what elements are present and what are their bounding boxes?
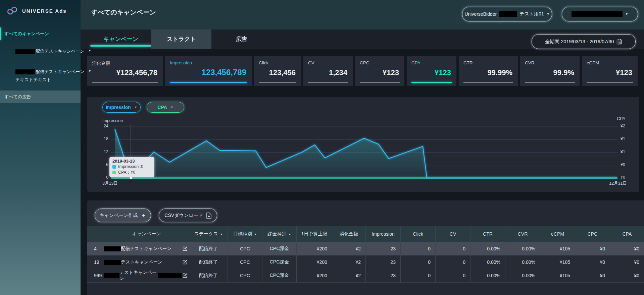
- create-campaign-label: キャンペーン作成: [100, 213, 138, 219]
- tooltip-impression: Impression :0: [118, 164, 143, 169]
- campaign-id: 19: [87, 255, 104, 269]
- tooltip-cpa: CPA：¥0: [118, 170, 135, 175]
- kpi-value: ¥123: [435, 68, 451, 77]
- kpi-card-消化金額[interactable]: 消化金額¥123,456,78: [87, 56, 163, 86]
- table-row-19[interactable]: 19テストキャンペーン配信終了CPCCPC課金¥200¥223000.00%0.…: [87, 255, 644, 269]
- cell-ステータス: 配信終了: [189, 255, 228, 269]
- tab-struct[interactable]: ストラクト: [151, 30, 211, 49]
- column-header-Impression: Impression: [365, 226, 400, 242]
- logo-text: UNIVERSE Ads: [22, 8, 67, 14]
- impression-swatch-icon: [112, 165, 116, 169]
- kpi-underline: [525, 82, 575, 83]
- csv-download-button[interactable]: CSVダウンロード: [159, 209, 217, 222]
- cell-課金種別: CPC課金: [262, 255, 296, 269]
- logo[interactable]: UNIVERSE Ads: [6, 6, 67, 15]
- tab-campaign[interactable]: キャンペーン: [90, 30, 151, 49]
- campaign-name: テストキャンペーン: [119, 270, 158, 282]
- cpa-swatch-icon: [112, 171, 116, 174]
- chevron-down-icon: ▼: [134, 106, 137, 109]
- date-range-label: 全期間 2019/03/13 - 2019/07/30: [545, 39, 614, 45]
- tab-campaign-label: キャンペーン: [103, 36, 138, 42]
- line-chart[interactable]: [111, 125, 617, 179]
- column-header-キャンペーン: キャンペーン: [104, 226, 189, 242]
- cell-impression: 23: [365, 242, 400, 255]
- kpi-underline: [463, 82, 513, 83]
- sidebar-item-1[interactable]: 配信テストキャンペーン▼: [0, 48, 96, 54]
- edit-icon[interactable]: [182, 246, 188, 251]
- bidder-dropdown[interactable]: UniverseBidder テスト用01 ▼: [462, 7, 552, 21]
- bidder-dropdown-prefix: UniverseBidder: [464, 11, 497, 17]
- column-header-課金種別[interactable]: 課金種別▲: [262, 226, 296, 242]
- kpi-label: CPA: [411, 60, 420, 65]
- kpi-card-ecpm[interactable]: eCPM¥123: [582, 56, 638, 86]
- csv-download-label: CSVダウンロード: [164, 213, 203, 219]
- kpi-underline: [411, 82, 452, 83]
- tab-ads[interactable]: 広告: [211, 30, 272, 49]
- cell-消化金額: ¥2: [332, 242, 365, 255]
- sidebar-item-2[interactable]: 配信テストキャンペーンテキストテキスト▼: [0, 69, 96, 83]
- kpi-underline: [92, 82, 158, 83]
- redacted-block: [104, 246, 121, 251]
- kpi-card-cpa[interactable]: CPA¥123: [407, 56, 456, 86]
- column-header-ステータス[interactable]: ステータス▲: [189, 226, 228, 242]
- sidebar-item-0[interactable]: すべてのキャンペーン: [0, 31, 85, 37]
- left-metric-label: Impression: [106, 105, 131, 110]
- left-axis-tick: 18: [93, 136, 108, 141]
- sidebar-item-label2: テキストテキスト: [15, 77, 96, 83]
- kpi-underline: [170, 82, 247, 83]
- cell-cpa: ¥0: [610, 269, 644, 282]
- create-campaign-button[interactable]: キャンペーン作成 ＋: [95, 209, 151, 222]
- kpi-card-cpc[interactable]: CPC¥123: [355, 56, 404, 86]
- cell-cpa: ¥0: [610, 255, 644, 269]
- column-header-id: [87, 226, 104, 242]
- cell-cvr: 0.00%: [505, 242, 540, 255]
- edit-icon[interactable]: [182, 259, 188, 265]
- date-range-picker[interactable]: 全期間 2019/03/13 - 2019/07/30: [532, 34, 636, 49]
- cell-cvr: 0.00%: [505, 269, 540, 282]
- campaign-id: 999: [87, 269, 104, 282]
- column-header-目標種別[interactable]: 目標種別▲: [228, 226, 262, 242]
- table-header-row: キャンペーンステータス▲目標種別▲課金種別▲1日予算上限消化金額Impressi…: [87, 226, 644, 242]
- universe-ads-logo-icon: [6, 6, 19, 15]
- redacted-block: [104, 273, 119, 278]
- sidebar-item-label: 配信テストキャンペーン: [36, 69, 84, 75]
- column-header-Click: Click: [400, 226, 435, 242]
- kpi-underline: [360, 82, 400, 83]
- bidder-dropdown-suffix: テスト用01: [519, 11, 544, 17]
- sort-asc-icon: ▲: [254, 233, 257, 236]
- tab-struct-label: ストラクト: [167, 36, 196, 42]
- account-dropdown[interactable]: ▼: [562, 7, 638, 21]
- right-metric-label: CPA: [157, 105, 167, 110]
- cell-課金種別: CPC課金: [262, 242, 296, 255]
- page-title: すべてのキャンペーン: [91, 8, 156, 17]
- kpi-card-cv[interactable]: CV1,234: [303, 56, 353, 86]
- cell-ecpm: ¥105: [540, 269, 575, 282]
- cell-ステータス: 配信終了: [189, 242, 228, 255]
- kpi-card-ctr[interactable]: CTR99.99%: [459, 56, 518, 86]
- cell-click: 0: [400, 255, 435, 269]
- redacted-block: [15, 49, 35, 54]
- sidebar-item-3[interactable]: すべての広告: [0, 91, 81, 103]
- kpi-card-cvr[interactable]: CVR99.9%: [520, 56, 580, 86]
- edit-icon[interactable]: [182, 273, 188, 278]
- chart-panel: Impression ▼ CPA ▼ Impression CPA 24¥218…: [87, 97, 639, 192]
- left-axis-tick: 24: [93, 124, 108, 128]
- kpi-underline: [259, 82, 296, 83]
- table-row-999[interactable]: 999テストキャンペーン配信終了CPCCPC課金¥200¥223000.00%0…: [87, 269, 644, 283]
- campaign-name: 配信テストキャンペーン: [121, 246, 171, 252]
- left-metric-selector[interactable]: Impression ▼: [102, 102, 141, 113]
- cell-目標種別: CPC: [228, 255, 262, 269]
- column-header-CVR: CVR: [505, 226, 540, 242]
- kpi-value: ¥123: [383, 68, 399, 77]
- table-row-4[interactable]: 4配信テストキャンペーン配信終了CPCCPC課金¥200¥223000.00%0…: [87, 242, 644, 256]
- cell-cpc: ¥0: [575, 242, 610, 255]
- kpi-card-click[interactable]: Click123,456: [254, 56, 301, 86]
- cell-課金種別: CPC課金: [262, 269, 296, 282]
- cell-目標種別: CPC: [228, 242, 262, 255]
- right-metric-selector[interactable]: CPA ▼: [147, 102, 184, 113]
- kpi-card-impression[interactable]: Impression123,456,789: [165, 56, 252, 86]
- kpi-value: ¥123: [616, 68, 632, 77]
- kpi-underline: [587, 82, 633, 83]
- cell-cv: 0: [435, 242, 470, 255]
- left-axis-tick: 12: [93, 150, 108, 154]
